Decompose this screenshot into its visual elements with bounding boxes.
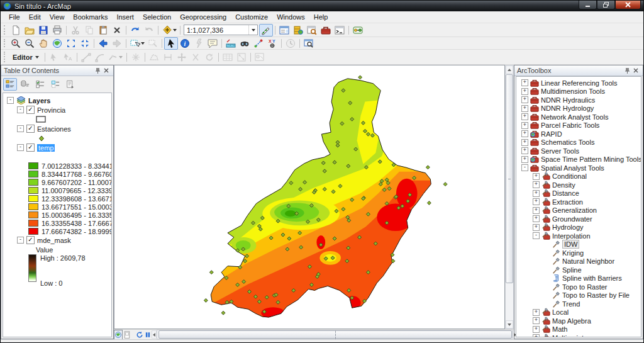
new-button[interactable] (9, 24, 23, 37)
expand-box[interactable]: + (521, 130, 528, 137)
expand-box[interactable]: - (521, 164, 528, 171)
python-window-button[interactable] (333, 24, 347, 37)
search-window-button[interactable] (305, 24, 319, 37)
rotate-button[interactable] (203, 51, 216, 64)
expand-box[interactable]: + (533, 334, 540, 337)
toolbox-item-kriging[interactable]: Kriging (544, 249, 641, 257)
expand-box[interactable]: + (533, 190, 540, 197)
expand-box[interactable]: + (533, 326, 540, 333)
expand-box[interactable]: + (533, 173, 540, 180)
expand-box[interactable]: + (533, 317, 540, 324)
menu-insert[interactable]: Insert (112, 12, 138, 22)
data-view-button[interactable] (114, 330, 123, 340)
layer-checkbox[interactable]: ✓ (26, 125, 35, 133)
edit-tool-button[interactable] (47, 51, 61, 64)
close-icon[interactable] (631, 67, 640, 74)
toolbox-item-groundwater[interactable]: +Groundwater (533, 215, 641, 223)
toolbox-item-spline[interactable]: Spline (544, 266, 641, 274)
editor-toggle-button[interactable] (259, 24, 273, 37)
toolbox-item-math[interactable]: +Math (533, 325, 641, 334)
identify-button[interactable]: i (178, 37, 192, 50)
time-slider-button[interactable] (284, 37, 297, 50)
cut-button[interactable] (69, 24, 82, 37)
straight-segment-button[interactable] (79, 51, 93, 64)
toolbox-item-network-analyst-tools[interactable]: +Network Analyst Tools (521, 113, 641, 121)
find-route-button[interactable] (252, 37, 265, 50)
toolbox-item-conditional[interactable]: +Conditional (533, 172, 641, 181)
layer-mde-mask[interactable]: -✓mde_mask (17, 235, 111, 245)
expand-box[interactable]: + (521, 139, 528, 146)
list-by-drawing-order-button[interactable] (3, 78, 17, 91)
collapse-box[interactable]: - (17, 144, 24, 151)
toolbox-item-topo-to-raster[interactable]: Topo to Raster (544, 283, 641, 291)
menu-view[interactable]: View (45, 12, 69, 22)
toolbox-item-generalization[interactable]: +Generalization (533, 206, 641, 215)
list-by-visibility-button[interactable] (33, 78, 47, 91)
find-button[interactable] (238, 37, 252, 50)
editor-menu-button[interactable]: Editor (9, 52, 43, 62)
select-elements-button[interactable] (164, 37, 178, 50)
toolbox-item-local[interactable]: +Local (533, 308, 641, 317)
menu-selection[interactable]: Selection (138, 12, 175, 22)
expand-box[interactable]: + (521, 88, 528, 95)
collapse-box[interactable]: - (17, 125, 24, 132)
close-button[interactable] (615, 1, 641, 9)
attributes-table-button[interactable] (221, 51, 235, 64)
title-bar[interactable]: Sin título - ArcMap (1, 1, 643, 11)
paste-button[interactable] (96, 24, 110, 37)
toolbox-item-spatial-analyst-tools[interactable]: -Spatial Analyst Tools (521, 164, 641, 172)
scrollbar-thumb[interactable] (506, 74, 513, 283)
toc-options-button[interactable] (64, 78, 77, 91)
toolbox-item-multivariate[interactable]: +Multivariate (533, 334, 641, 337)
expand-box[interactable]: + (521, 96, 528, 103)
expand-box[interactable]: + (533, 207, 540, 214)
expand-box[interactable]: + (521, 122, 528, 129)
pause-drawing-button[interactable] (144, 330, 152, 340)
edit-annotation-button[interactable]: A (61, 51, 75, 64)
layers-group[interactable]: -Layers (7, 96, 111, 105)
pin-icon[interactable] (93, 67, 102, 74)
expand-box[interactable]: + (533, 309, 540, 316)
toolbar-grip[interactable] (4, 25, 7, 35)
scroll-left-arrow[interactable] (152, 330, 157, 339)
reshape-button[interactable] (147, 51, 161, 64)
toolbar-grip[interactable] (4, 52, 7, 62)
layer-estaciones[interactable]: -✓Estaciones (17, 124, 111, 133)
expand-box[interactable]: - (533, 232, 540, 239)
hyperlink-button[interactable] (192, 37, 206, 50)
list-by-source-button[interactable] (18, 78, 32, 91)
open-button[interactable] (23, 24, 36, 37)
print-button[interactable] (50, 24, 64, 37)
expand-box[interactable]: + (521, 113, 528, 120)
map-vertical-scrollbar[interactable] (505, 65, 514, 329)
pin-icon[interactable] (623, 67, 631, 74)
delete-button[interactable] (110, 24, 124, 37)
toolbox-item-extraction[interactable]: +Extraction (533, 198, 641, 206)
viewer-window-button[interactable] (302, 37, 316, 50)
cut-polygons-button[interactable] (189, 51, 203, 64)
expand-box[interactable]: + (521, 79, 528, 86)
copy-button[interactable] (82, 24, 96, 37)
move-button[interactable] (175, 51, 189, 64)
toolbox-item-space-time-pattern-mining-tools[interactable]: +Space Time Pattern Mining Tools (521, 155, 641, 164)
toolbar-grip[interactable] (4, 39, 7, 47)
toolbox-item-distance[interactable]: +Distance (533, 189, 641, 198)
scrollbar-thumb[interactable] (158, 330, 512, 339)
back-button[interactable] (96, 37, 110, 50)
measure-button[interactable] (224, 37, 238, 50)
arc-segment-button[interactable] (93, 51, 107, 64)
minimize-button[interactable] (579, 1, 597, 9)
split-button[interactable] (161, 51, 175, 64)
toolbox-item-trend[interactable]: Trend (544, 300, 641, 308)
fixed-zoom-out-button[interactable] (78, 37, 92, 50)
expand-box[interactable]: + (521, 105, 528, 112)
full-extent-button[interactable] (50, 37, 64, 50)
expand-box[interactable]: + (521, 156, 528, 163)
toolbox-item-spline-with-barriers[interactable]: Spline with Barriers (544, 274, 641, 283)
map-horizontal-scrollbar[interactable] (157, 330, 513, 339)
menu-bookmarks[interactable]: Bookmarks (69, 12, 112, 22)
catalog-window-button[interactable] (291, 24, 305, 37)
map-scale-combo[interactable]: 1:1,027,336 (184, 25, 258, 35)
scroll-up-arrow[interactable] (506, 65, 513, 74)
trace-segment-button[interactable] (107, 51, 125, 64)
